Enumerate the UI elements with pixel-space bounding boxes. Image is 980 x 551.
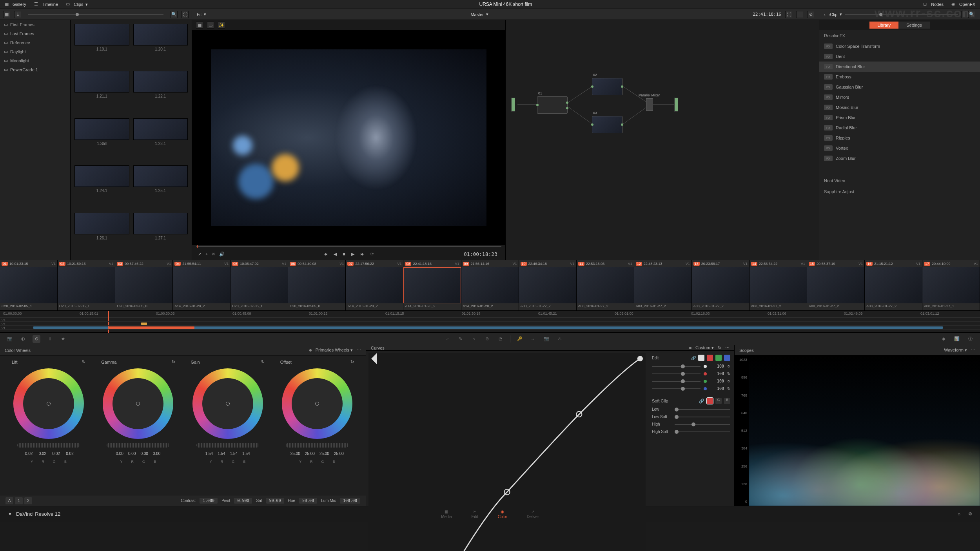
clip-dropdown[interactable]: Clip▾: [830, 12, 842, 17]
color-wheel[interactable]: [13, 368, 84, 439]
fx-item[interactable]: FXVortex: [819, 143, 980, 153]
viewer-canvas[interactable]: [192, 30, 505, 245]
master-dropdown[interactable]: Master▾: [470, 12, 488, 17]
sc-g-btn[interactable]: G: [715, 398, 722, 404]
curve-editor[interactable]: [368, 353, 646, 551]
window-btn[interactable]: ○: [470, 335, 478, 343]
color-wheel[interactable]: [282, 368, 352, 439]
wheels-mode-dropdown[interactable]: Primaries Wheels ▾: [316, 348, 353, 353]
gallery-cat[interactable]: ▭Moonlight: [0, 56, 70, 65]
clip-thumb[interactable]: 1720:44:10:09V1 A08_2016-01-27_1: [922, 260, 980, 310]
node-01[interactable]: 01: [537, 96, 568, 114]
gallery-cat[interactable]: ▭Daylight: [0, 47, 70, 56]
fx-item[interactable]: FXDent: [819, 51, 980, 62]
timeline-toggle[interactable]: ☰Timeline: [34, 2, 58, 7]
step-back-btn[interactable]: ◀: [334, 252, 337, 257]
node-02[interactable]: 02: [592, 78, 622, 95]
curves-btn[interactable]: ⟋: [443, 335, 451, 343]
reset-icon[interactable]: ↻: [82, 359, 85, 364]
node-zoom-slider[interactable]: [845, 14, 958, 15]
wheels-btn[interactable]: ⊙: [33, 335, 40, 343]
blur-btn[interactable]: ◔: [497, 335, 505, 343]
clip-thumb[interactable]: 1122:53:15:03V1 A03_2016-01-27_2: [577, 260, 634, 310]
gallery-thumb[interactable]: 1.23.1: [133, 118, 188, 161]
pivot-value[interactable]: 0.500: [234, 498, 252, 504]
stop-btn[interactable]: ■: [343, 252, 345, 256]
add-icon[interactable]: +: [205, 252, 208, 257]
g-channel-btn[interactable]: [715, 355, 722, 361]
contrast-value[interactable]: 1.000: [200, 498, 218, 504]
stereo-btn[interactable]: 📷: [543, 335, 550, 343]
ab-a[interactable]: A: [5, 497, 13, 504]
picker-icon[interactable]: ↗: [198, 252, 201, 257]
gallery-cat[interactable]: ▭PowerGrade 1: [0, 65, 70, 74]
reset-icon[interactable]: ↻: [172, 359, 175, 364]
high-slider[interactable]: High: [652, 422, 730, 426]
play-btn[interactable]: ▶: [351, 252, 354, 257]
fx-item[interactable]: FXEmboss: [819, 72, 980, 82]
ab-1[interactable]: 1: [15, 497, 23, 504]
lummix-value[interactable]: 100.00: [340, 498, 360, 504]
viewer-mode-2[interactable]: ▭: [207, 22, 214, 29]
clip-thumb[interactable]: 0510:05:47:02V1 C20_2016-02-05_1: [230, 260, 288, 310]
node-opts-btn[interactable]: ⋯: [961, 11, 968, 18]
master-wheel[interactable]: [17, 443, 80, 448]
parallel-mixer[interactable]: Parallel Mixer: [646, 98, 653, 111]
fx-search-btn[interactable]: 🔍: [968, 11, 975, 18]
next-clip-btn[interactable]: ⏭: [360, 252, 365, 256]
sizing-btn[interactable]: ↔: [529, 335, 537, 343]
clip-thumb[interactable]: 1422:56:34:22V1 A03_2016-01-27_2: [750, 260, 807, 310]
node-03[interactable]: 03: [592, 116, 622, 133]
gallery-view-btn[interactable]: ▦: [3, 11, 10, 18]
sc-r-btn[interactable]: [707, 398, 713, 404]
gallery-thumb[interactable]: 1.Still: [74, 118, 129, 161]
viewer-expand-btn[interactable]: ⛶: [785, 11, 792, 18]
gallery-thumb[interactable]: 1.26.1: [74, 213, 129, 256]
info-btn[interactable]: ⓘ: [966, 335, 974, 343]
viewer-mode-1[interactable]: ▦: [196, 22, 203, 29]
gallery-thumb[interactable]: 1.24.1: [74, 165, 129, 208]
gallery-thumb[interactable]: 1.19.1: [74, 24, 129, 67]
gallery-thumb[interactable]: 1.25.1: [133, 165, 188, 208]
curves-opts[interactable]: ⋯: [725, 345, 730, 350]
log-btn[interactable]: ★: [59, 335, 67, 343]
fx-item[interactable]: FXGaussian Blur: [819, 82, 980, 92]
clip-thumb[interactable]: 0110:01:23:15V1 C20_2016-02-05_1: [0, 260, 58, 310]
fx-item[interactable]: FXMirrors: [819, 92, 980, 102]
settings-tab[interactable]: Settings: [898, 22, 930, 29]
color-wheel[interactable]: [103, 368, 173, 439]
nav-prev[interactable]: ‹: [824, 12, 826, 17]
clip-thumb[interactable]: 0421:55:54:11V1 A14_2016-01-28_2: [173, 260, 230, 310]
mini-timeline[interactable]: 01:00:00:0001:00:15:0101:00:30:0601:00:4…: [0, 311, 980, 333]
neat-video-header[interactable]: Neat Video: [819, 175, 980, 186]
b-intensity[interactable]: 100↻: [652, 386, 730, 391]
clip-thumb[interactable]: 1520:58:37:19V1 A08_2016-01-27_2: [807, 260, 865, 310]
expand-btn[interactable]: ⛶: [181, 11, 189, 18]
master-wheel[interactable]: [107, 443, 169, 448]
gallery-toggle[interactable]: ▦Gallery: [5, 2, 26, 7]
b-channel-btn[interactable]: [724, 355, 730, 361]
g-intensity[interactable]: 100↻: [652, 379, 730, 383]
page-tab-deliver[interactable]: ↗Deliver: [527, 509, 539, 519]
data-burn-btn[interactable]: ♨: [556, 335, 564, 343]
fx-item[interactable]: FXRadial Blur: [819, 123, 980, 133]
y-intensity[interactable]: 100↻: [652, 364, 730, 368]
nodes-toggle[interactable]: ⊞Nodes: [923, 2, 944, 7]
page-tab-media[interactable]: ▦Media: [441, 509, 452, 519]
clip-thumb[interactable]: 0822:41:18:16V1 A14_2016-01-28_2: [403, 260, 461, 310]
low-slider[interactable]: Low: [652, 407, 730, 411]
curves-mode-dropdown[interactable]: Custom ▾: [695, 345, 714, 350]
master-wheel[interactable]: [196, 443, 259, 448]
sc-link-icon[interactable]: 🔗: [699, 399, 704, 404]
r-intensity[interactable]: 100↻: [652, 372, 730, 376]
page-tab-color[interactable]: ◉Color: [498, 509, 507, 519]
fit-dropdown[interactable]: Fit▾: [197, 12, 206, 17]
volume-icon[interactable]: 🔊: [219, 252, 225, 257]
gallery-cat[interactable]: ▭Last Frames: [0, 29, 70, 38]
gallery-thumb[interactable]: 1.21.1: [74, 71, 129, 114]
gallery-cat[interactable]: ▭Reference: [0, 38, 70, 47]
bars-btn[interactable]: ⦀: [46, 335, 54, 343]
keyframe-btn[interactable]: ◆: [940, 335, 947, 343]
settings-btn[interactable]: ⚙: [968, 511, 972, 517]
scopes-btn[interactable]: 📊: [953, 335, 961, 343]
